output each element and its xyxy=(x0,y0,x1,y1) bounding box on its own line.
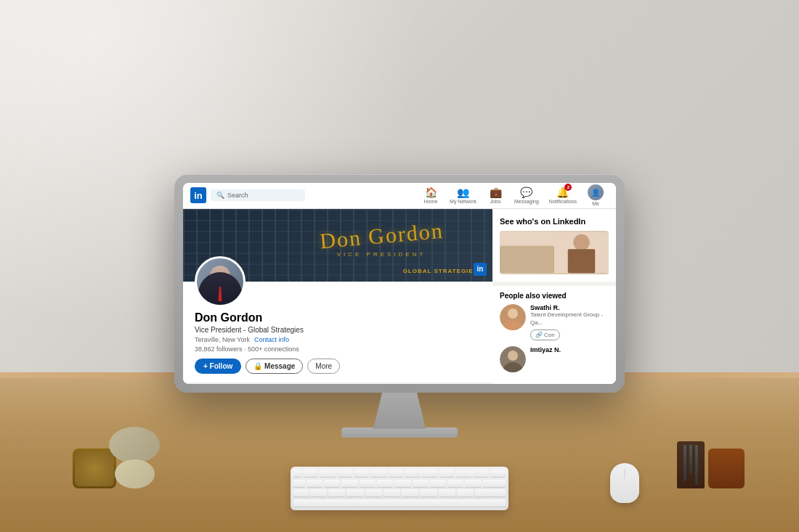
linkedin-watermark: in xyxy=(474,263,487,276)
company-logo-cover: GLOBAL STRATEGIES xyxy=(403,268,478,274)
person-card-1: Swathi R. Talent Development Group - Qa.… xyxy=(500,304,609,340)
monitor: in 🔍 Search 🏠 Home 👥 My Network xyxy=(174,174,625,393)
nav-bar: in 🔍 Search 🏠 Home 👥 My Network xyxy=(183,183,616,209)
home-label: Home xyxy=(424,199,438,204)
connect-label-1: Con xyxy=(544,332,555,338)
profile-title: Vice President - Global Strategies xyxy=(195,326,481,334)
signature-script: Don Gordon xyxy=(318,218,444,254)
connect-button-1[interactable]: 🔗 Con xyxy=(530,330,560,340)
person-1-avatar xyxy=(500,304,526,330)
jobs-icon: 💼 xyxy=(490,187,502,198)
monitor-stand xyxy=(370,393,429,429)
main-content: Don Gordon VICE PRESIDENT GLOBAL STRATEG… xyxy=(183,209,616,384)
message-button[interactable]: 🔒 Message xyxy=(246,359,303,374)
nav-items: 🏠 Home 👥 My Network 💼 Jobs 💬 xyxy=(418,183,609,210)
monitor-bezel: in 🔍 Search 🏠 Home 👥 My Network xyxy=(183,183,616,384)
also-viewed-section: People also viewed xyxy=(492,286,616,384)
nav-item-jobs[interactable]: 💼 Jobs xyxy=(482,184,508,207)
nav-item-messaging[interactable]: 💬 Messaging xyxy=(510,184,543,207)
nav-item-me[interactable]: 👤 Me xyxy=(583,183,609,210)
stone-stack xyxy=(109,427,160,488)
notifications-label: Notifications xyxy=(549,199,577,204)
location-text: Teraville, New York xyxy=(195,336,250,343)
vp-text: VICE PRESIDENT xyxy=(337,251,426,258)
search-input-placeholder: Search xyxy=(227,192,248,199)
notifications-icon: 🔔 2 xyxy=(556,187,569,198)
person-2-info: Imtiyaz N. xyxy=(530,346,609,353)
person-2-avatar xyxy=(500,346,526,372)
notifications-badge: 2 xyxy=(564,184,572,191)
profile-info: Don Gordon Vice President - Global Strat… xyxy=(183,282,492,382)
person-1-name: Swathi R. xyxy=(530,304,609,311)
svg-point-8 xyxy=(508,351,518,361)
svg-rect-1 xyxy=(500,246,554,274)
connect-icon-1: 🔗 xyxy=(535,332,543,338)
promo-card: See who's on LinkedIn xyxy=(492,209,616,282)
profile-avatar xyxy=(195,256,246,307)
more-button[interactable]: More xyxy=(307,359,340,374)
profile-section: Don Gordon VICE PRESIDENT GLOBAL STRATEG… xyxy=(183,209,492,384)
person-1-info: Swathi R. Talent Development Group - Qa.… xyxy=(530,304,609,340)
person-2-name: Imtiyaz N. xyxy=(530,346,609,353)
home-icon: 🏠 xyxy=(425,187,437,198)
mouse xyxy=(610,463,639,503)
avatar-container xyxy=(195,282,246,307)
monitor-wrapper: in 🔍 Search 🏠 Home 👥 My Network xyxy=(174,174,625,438)
messaging-label: Messaging xyxy=(514,199,539,204)
person-card-2: Imtiyaz N. xyxy=(500,346,609,372)
svg-point-2 xyxy=(573,234,590,251)
company-name-cover: GLOBAL STRATEGIES xyxy=(403,268,478,274)
promo-image xyxy=(500,231,609,274)
nav-item-notifications[interactable]: 🔔 2 Notifications xyxy=(545,184,581,207)
jobs-label: Jobs xyxy=(490,199,501,204)
profile-stats: 38,862 followers · 500+ connections xyxy=(195,345,481,353)
pen-holder xyxy=(677,441,705,488)
person-1-title: Talent Development Group - Qa... xyxy=(530,311,609,327)
small-holder xyxy=(708,449,745,488)
search-bar[interactable]: 🔍 Search xyxy=(211,189,305,201)
avatar-tie xyxy=(218,287,222,301)
me-avatar: 👤 xyxy=(588,184,604,200)
svg-rect-3 xyxy=(568,250,596,274)
network-label: My Network xyxy=(450,199,476,204)
nav-item-network[interactable]: 👥 My Network xyxy=(445,184,481,207)
profile-actions: + Follow 🔒 Message More xyxy=(195,359,481,374)
linkedin-logo: in xyxy=(190,187,206,203)
me-label: Me xyxy=(592,201,599,206)
network-icon: 👥 xyxy=(457,187,469,198)
signature-area: Don Gordon VICE PRESIDENT xyxy=(285,224,478,258)
avatar-body xyxy=(198,272,242,305)
profile-location: Teraville, New York Contact info xyxy=(195,336,481,343)
also-viewed-title: People also viewed xyxy=(500,292,609,300)
monitor-base xyxy=(341,427,458,438)
contact-info-link[interactable]: Contact info xyxy=(254,336,289,343)
right-sidebar: See who's on LinkedIn xyxy=(492,209,616,384)
messaging-icon: 💬 xyxy=(520,187,532,198)
follow-button[interactable]: + Follow xyxy=(195,359,241,374)
nav-item-home[interactable]: 🏠 Home xyxy=(418,184,444,207)
promo-title: See who's on LinkedIn xyxy=(500,216,609,226)
profile-name: Don Gordon xyxy=(195,311,481,324)
linkedin-ui: in 🔍 Search 🏠 Home 👥 My Network xyxy=(183,183,616,384)
keyboard xyxy=(291,467,508,510)
search-icon: 🔍 xyxy=(216,192,224,199)
svg-point-5 xyxy=(508,308,518,319)
